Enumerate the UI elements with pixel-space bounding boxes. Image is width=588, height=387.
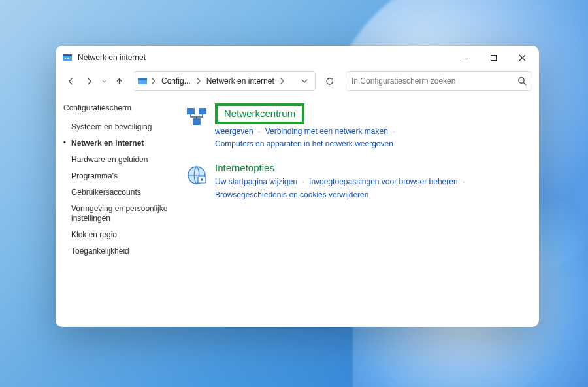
address-dropdown[interactable]: [298, 78, 311, 84]
chevron-right-icon[interactable]: [195, 78, 202, 84]
search-input[interactable]: [351, 76, 517, 86]
svg-point-3: [67, 58, 69, 59]
sidebar-item-ease-of-access[interactable]: Toegankelijkheid: [62, 243, 176, 260]
svg-rect-12: [187, 108, 195, 114]
chevron-right-icon[interactable]: [279, 78, 286, 84]
link-view-devices[interactable]: Computers en apparaten in het netwerk we…: [215, 139, 393, 148]
sidebar-item-hardware-sound[interactable]: Hardware en geluiden: [62, 152, 176, 168]
refresh-button[interactable]: [319, 71, 339, 91]
location-icon: [137, 76, 148, 86]
category-title[interactable]: Internetopties: [215, 162, 531, 173]
recent-locations-button[interactable]: [99, 73, 109, 90]
minimize-button[interactable]: [450, 48, 479, 67]
up-button[interactable]: [110, 73, 127, 90]
window-title: Netwerk en internet: [78, 53, 146, 62]
annotation-highlight: Netwerkcentrum: [215, 103, 304, 124]
breadcrumb-item[interactable]: Netwerk en internet: [204, 75, 276, 87]
svg-point-2: [65, 58, 66, 59]
link-manage-addons[interactable]: Invoegtoepassingen voor browser beheren: [309, 177, 457, 186]
category-links: Uw startpagina wijzigen · Invoegtoepassi…: [215, 176, 531, 201]
sidebar-item-network-internet[interactable]: Netwerk en internet: [62, 135, 176, 152]
sidebar: Configuratiescherm Systeem en beveiligin…: [62, 103, 180, 319]
sidebar-item-clock-region[interactable]: Klok en regio: [62, 227, 176, 243]
category-network-center: Netwerkcentrum weergeven · Verbinding me…: [185, 103, 531, 150]
control-panel-window: Netwerk en internet Config... Netwerk en…: [56, 46, 539, 327]
sidebar-heading[interactable]: Configuratiescherm: [62, 103, 176, 112]
search-icon: [517, 76, 527, 86]
forward-button[interactable]: [80, 73, 97, 90]
link-connect-network[interactable]: Verbinding met een netwerk maken: [265, 127, 388, 136]
link-view-network-status[interactable]: weergeven: [215, 127, 253, 136]
sidebar-item-system-security[interactable]: Systeem en beveiliging: [62, 119, 176, 135]
sidebar-item-appearance[interactable]: Vormgeving en persoonlijke instellingen: [62, 201, 176, 227]
search-box[interactable]: [346, 71, 532, 91]
maximize-button[interactable]: [479, 48, 508, 67]
internet-options-icon: [185, 163, 208, 187]
close-button[interactable]: [508, 48, 536, 67]
control-panel-icon: [62, 52, 73, 63]
svg-rect-14: [193, 118, 201, 125]
toolbar: Config... Netwerk en internet: [56, 69, 539, 95]
network-sharing-icon: [185, 105, 208, 128]
titlebar: Netwerk en internet: [56, 46, 539, 69]
window-body: Configuratiescherm Systeem en beveiligin…: [56, 95, 539, 327]
chevron-right-icon[interactable]: [150, 78, 157, 84]
sidebar-item-user-accounts[interactable]: Gebruikersaccounts: [62, 184, 176, 201]
link-change-homepage[interactable]: Uw startpagina wijzigen: [215, 177, 297, 186]
svg-rect-5: [491, 55, 496, 60]
category-links: weergeven · Verbinding met een netwerk m…: [215, 126, 531, 150]
main-content: Netwerkcentrum weergeven · Verbinding me…: [180, 103, 531, 319]
breadcrumb-item[interactable]: Config...: [159, 75, 193, 87]
sidebar-item-programs[interactable]: Programma's: [62, 168, 176, 184]
svg-rect-9: [138, 78, 147, 80]
category-title[interactable]: Netwerkcentrum: [224, 108, 295, 119]
address-bar[interactable]: Config... Netwerk en internet: [133, 71, 316, 91]
svg-point-10: [519, 78, 524, 83]
back-button[interactable]: [62, 73, 79, 90]
category-internet-options: Internetopties Uw startpagina wijzigen ·…: [185, 162, 531, 201]
svg-line-11: [523, 82, 526, 85]
svg-rect-13: [199, 108, 206, 114]
svg-point-17: [201, 178, 203, 181]
link-delete-history[interactable]: Browsegeschiedenis en cookies verwijdere…: [215, 190, 368, 199]
svg-rect-1: [63, 54, 72, 56]
